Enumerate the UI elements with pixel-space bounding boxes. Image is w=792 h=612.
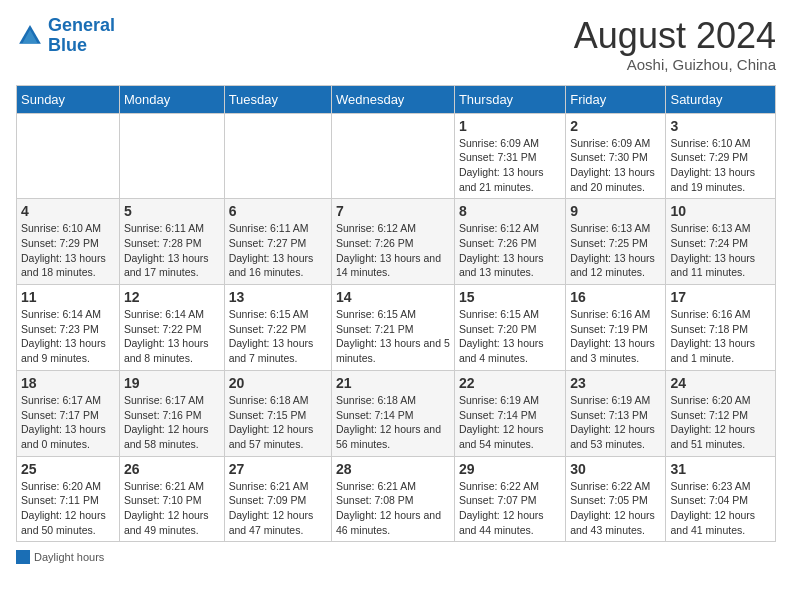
day-number: 9: [570, 203, 661, 219]
legend: Daylight hours: [16, 550, 776, 566]
calendar-cell: 14Sunrise: 6:15 AM Sunset: 7:21 PM Dayli…: [331, 285, 454, 371]
calendar-week-row: 11Sunrise: 6:14 AM Sunset: 7:23 PM Dayli…: [17, 285, 776, 371]
day-info: Sunrise: 6:15 AM Sunset: 7:22 PM Dayligh…: [229, 307, 327, 366]
weekday-header: Wednesday: [331, 85, 454, 113]
calendar-cell: 12Sunrise: 6:14 AM Sunset: 7:22 PM Dayli…: [119, 285, 224, 371]
calendar-cell: 19Sunrise: 6:17 AM Sunset: 7:16 PM Dayli…: [119, 370, 224, 456]
calendar-cell: 5Sunrise: 6:11 AM Sunset: 7:28 PM Daylig…: [119, 199, 224, 285]
calendar-cell: 3Sunrise: 6:10 AM Sunset: 7:29 PM Daylig…: [666, 113, 776, 199]
day-info: Sunrise: 6:16 AM Sunset: 7:18 PM Dayligh…: [670, 307, 771, 366]
calendar-cell: 28Sunrise: 6:21 AM Sunset: 7:08 PM Dayli…: [331, 456, 454, 542]
calendar-cell: 24Sunrise: 6:20 AM Sunset: 7:12 PM Dayli…: [666, 370, 776, 456]
day-number: 30: [570, 461, 661, 477]
calendar-cell: 25Sunrise: 6:20 AM Sunset: 7:11 PM Dayli…: [17, 456, 120, 542]
day-info: Sunrise: 6:12 AM Sunset: 7:26 PM Dayligh…: [336, 221, 450, 280]
day-number: 8: [459, 203, 561, 219]
day-number: 24: [670, 375, 771, 391]
day-number: 11: [21, 289, 115, 305]
calendar-cell: 31Sunrise: 6:23 AM Sunset: 7:04 PM Dayli…: [666, 456, 776, 542]
day-number: 16: [570, 289, 661, 305]
calendar-cell: 26Sunrise: 6:21 AM Sunset: 7:10 PM Dayli…: [119, 456, 224, 542]
calendar-cell: 30Sunrise: 6:22 AM Sunset: 7:05 PM Dayli…: [566, 456, 666, 542]
day-info: Sunrise: 6:18 AM Sunset: 7:14 PM Dayligh…: [336, 393, 450, 452]
day-number: 4: [21, 203, 115, 219]
day-info: Sunrise: 6:13 AM Sunset: 7:25 PM Dayligh…: [570, 221, 661, 280]
day-number: 29: [459, 461, 561, 477]
day-info: Sunrise: 6:22 AM Sunset: 7:07 PM Dayligh…: [459, 479, 561, 538]
calendar-week-row: 4Sunrise: 6:10 AM Sunset: 7:29 PM Daylig…: [17, 199, 776, 285]
calendar-cell: 27Sunrise: 6:21 AM Sunset: 7:09 PM Dayli…: [224, 456, 331, 542]
legend-color-box: [16, 550, 30, 564]
calendar-cell: 21Sunrise: 6:18 AM Sunset: 7:14 PM Dayli…: [331, 370, 454, 456]
calendar-header-row: SundayMondayTuesdayWednesdayThursdayFrid…: [17, 85, 776, 113]
day-number: 12: [124, 289, 220, 305]
day-info: Sunrise: 6:21 AM Sunset: 7:08 PM Dayligh…: [336, 479, 450, 538]
logo-text: GeneralBlue: [48, 16, 115, 56]
calendar-cell: 1Sunrise: 6:09 AM Sunset: 7:31 PM Daylig…: [454, 113, 565, 199]
day-info: Sunrise: 6:17 AM Sunset: 7:17 PM Dayligh…: [21, 393, 115, 452]
day-number: 15: [459, 289, 561, 305]
calendar-cell: 17Sunrise: 6:16 AM Sunset: 7:18 PM Dayli…: [666, 285, 776, 371]
day-info: Sunrise: 6:14 AM Sunset: 7:23 PM Dayligh…: [21, 307, 115, 366]
day-info: Sunrise: 6:18 AM Sunset: 7:15 PM Dayligh…: [229, 393, 327, 452]
day-number: 27: [229, 461, 327, 477]
calendar-cell: 13Sunrise: 6:15 AM Sunset: 7:22 PM Dayli…: [224, 285, 331, 371]
day-number: 31: [670, 461, 771, 477]
weekday-header: Friday: [566, 85, 666, 113]
day-number: 6: [229, 203, 327, 219]
day-info: Sunrise: 6:09 AM Sunset: 7:30 PM Dayligh…: [570, 136, 661, 195]
day-info: Sunrise: 6:22 AM Sunset: 7:05 PM Dayligh…: [570, 479, 661, 538]
day-number: 28: [336, 461, 450, 477]
day-info: Sunrise: 6:21 AM Sunset: 7:09 PM Dayligh…: [229, 479, 327, 538]
day-info: Sunrise: 6:13 AM Sunset: 7:24 PM Dayligh…: [670, 221, 771, 280]
day-info: Sunrise: 6:14 AM Sunset: 7:22 PM Dayligh…: [124, 307, 220, 366]
day-number: 13: [229, 289, 327, 305]
logo: GeneralBlue: [16, 16, 115, 56]
calendar-table: SundayMondayTuesdayWednesdayThursdayFrid…: [16, 85, 776, 543]
day-number: 1: [459, 118, 561, 134]
calendar-cell: 29Sunrise: 6:22 AM Sunset: 7:07 PM Dayli…: [454, 456, 565, 542]
calendar-cell: [224, 113, 331, 199]
day-number: 19: [124, 375, 220, 391]
day-info: Sunrise: 6:12 AM Sunset: 7:26 PM Dayligh…: [459, 221, 561, 280]
calendar-cell: [331, 113, 454, 199]
day-number: 20: [229, 375, 327, 391]
day-number: 18: [21, 375, 115, 391]
calendar-week-row: 18Sunrise: 6:17 AM Sunset: 7:17 PM Dayli…: [17, 370, 776, 456]
calendar-week-row: 1Sunrise: 6:09 AM Sunset: 7:31 PM Daylig…: [17, 113, 776, 199]
day-number: 2: [570, 118, 661, 134]
calendar-cell: 15Sunrise: 6:15 AM Sunset: 7:20 PM Dayli…: [454, 285, 565, 371]
day-info: Sunrise: 6:17 AM Sunset: 7:16 PM Dayligh…: [124, 393, 220, 452]
day-info: Sunrise: 6:11 AM Sunset: 7:28 PM Dayligh…: [124, 221, 220, 280]
day-info: Sunrise: 6:15 AM Sunset: 7:20 PM Dayligh…: [459, 307, 561, 366]
title-block: August 2024 Aoshi, Guizhou, China: [574, 16, 776, 73]
day-info: Sunrise: 6:20 AM Sunset: 7:11 PM Dayligh…: [21, 479, 115, 538]
day-info: Sunrise: 6:10 AM Sunset: 7:29 PM Dayligh…: [670, 136, 771, 195]
day-info: Sunrise: 6:11 AM Sunset: 7:27 PM Dayligh…: [229, 221, 327, 280]
calendar-cell: 9Sunrise: 6:13 AM Sunset: 7:25 PM Daylig…: [566, 199, 666, 285]
day-info: Sunrise: 6:19 AM Sunset: 7:14 PM Dayligh…: [459, 393, 561, 452]
day-info: Sunrise: 6:15 AM Sunset: 7:21 PM Dayligh…: [336, 307, 450, 366]
calendar-cell: 18Sunrise: 6:17 AM Sunset: 7:17 PM Dayli…: [17, 370, 120, 456]
legend-label: Daylight hours: [34, 551, 104, 563]
legend-item: Daylight hours: [16, 550, 104, 564]
day-number: 7: [336, 203, 450, 219]
calendar-cell: 4Sunrise: 6:10 AM Sunset: 7:29 PM Daylig…: [17, 199, 120, 285]
calendar-cell: 22Sunrise: 6:19 AM Sunset: 7:14 PM Dayli…: [454, 370, 565, 456]
day-number: 21: [336, 375, 450, 391]
day-number: 14: [336, 289, 450, 305]
calendar-week-row: 25Sunrise: 6:20 AM Sunset: 7:11 PM Dayli…: [17, 456, 776, 542]
calendar-cell: 23Sunrise: 6:19 AM Sunset: 7:13 PM Dayli…: [566, 370, 666, 456]
day-number: 23: [570, 375, 661, 391]
calendar-cell: 7Sunrise: 6:12 AM Sunset: 7:26 PM Daylig…: [331, 199, 454, 285]
subtitle: Aoshi, Guizhou, China: [574, 56, 776, 73]
main-title: August 2024: [574, 16, 776, 56]
day-number: 26: [124, 461, 220, 477]
weekday-header: Saturday: [666, 85, 776, 113]
day-number: 10: [670, 203, 771, 219]
page-header: GeneralBlue August 2024 Aoshi, Guizhou, …: [16, 16, 776, 73]
calendar-cell: 2Sunrise: 6:09 AM Sunset: 7:30 PM Daylig…: [566, 113, 666, 199]
weekday-header: Monday: [119, 85, 224, 113]
day-info: Sunrise: 6:23 AM Sunset: 7:04 PM Dayligh…: [670, 479, 771, 538]
calendar-cell: 10Sunrise: 6:13 AM Sunset: 7:24 PM Dayli…: [666, 199, 776, 285]
